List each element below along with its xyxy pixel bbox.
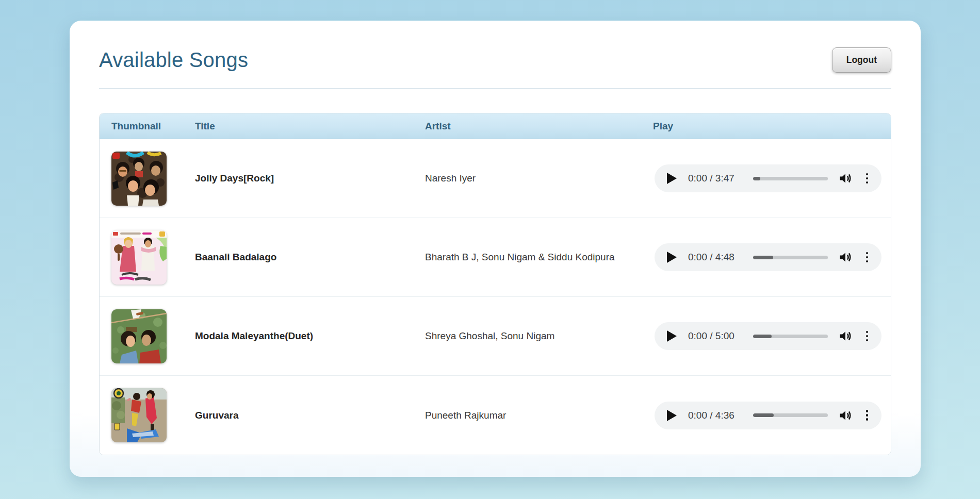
- volume-icon[interactable]: [838, 171, 853, 186]
- table-row: Baanali Badalago Bharath B J, Sonu Nigam…: [100, 218, 891, 297]
- song-artist: Bharath B J, Sonu Nigam & Siddu Kodipura: [425, 252, 653, 263]
- page-title: Available Songs: [99, 48, 248, 72]
- play-icon[interactable]: [667, 252, 677, 263]
- songs-card: Available Songs Logout Thumbnail Title A…: [70, 21, 921, 477]
- seek-slider[interactable]: [753, 413, 828, 417]
- play-cell: 0:00 / 4:48: [653, 243, 891, 271]
- audio-player: 0:00 / 3:47: [655, 164, 881, 192]
- volume-icon[interactable]: [838, 408, 853, 423]
- table-header-row: Thumbnail Title Artist Play: [100, 113, 891, 139]
- song-artist: Naresh Iyer: [425, 173, 653, 184]
- more-options-icon[interactable]: [865, 251, 870, 264]
- song-title: Guruvara: [195, 410, 425, 421]
- seek-slider[interactable]: [753, 256, 828, 259]
- play-icon[interactable]: [667, 173, 677, 184]
- table-row: Modala Maleyanthe(Duet) Shreya Ghoshal, …: [100, 297, 891, 376]
- column-header-title: Title: [195, 121, 425, 132]
- page-background: Available Songs Logout Thumbnail Title A…: [0, 0, 980, 499]
- song-thumbnail-jolly-days: [111, 152, 167, 206]
- seek-buffered-bar: [753, 177, 760, 180]
- more-options-icon[interactable]: [865, 330, 870, 343]
- seek-buffered-bar: [753, 335, 772, 338]
- time-display: 0:00 / 4:48: [688, 252, 746, 263]
- song-title: Modala Maleyanthe(Duet): [195, 330, 425, 342]
- column-header-play: Play: [653, 121, 891, 132]
- volume-icon[interactable]: [838, 250, 853, 264]
- table-row: Jolly Days[Rock] Naresh Iyer 0:00 / 3:47: [100, 139, 891, 218]
- seek-buffered-bar: [753, 256, 773, 259]
- more-options-icon[interactable]: [865, 172, 870, 185]
- column-header-artist: Artist: [425, 121, 653, 132]
- songs-table: Thumbnail Title Artist Play: [99, 113, 891, 455]
- play-cell: 0:00 / 5:00: [653, 322, 891, 350]
- volume-icon[interactable]: [838, 329, 853, 343]
- jolly-days-poster-art: [111, 152, 167, 206]
- song-thumbnail-modala-maleyanthe: [111, 309, 167, 363]
- more-options-icon[interactable]: [865, 409, 870, 422]
- song-title: Jolly Days[Rock]: [195, 173, 425, 184]
- logout-button[interactable]: Logout: [832, 47, 891, 73]
- play-icon[interactable]: [667, 330, 677, 342]
- time-display: 0:00 / 4:36: [688, 410, 746, 421]
- play-icon[interactable]: [667, 410, 677, 421]
- modala-maleyanthe-poster-art: [111, 309, 167, 363]
- seek-slider[interactable]: [753, 335, 828, 338]
- card-header: Available Songs Logout: [99, 21, 891, 73]
- song-artist: Shreya Ghoshal, Sonu Nigam: [425, 330, 653, 342]
- guruvara-power-poster-art: [111, 388, 167, 442]
- time-display: 0:00 / 3:47: [688, 173, 746, 184]
- seek-buffered-bar: [753, 413, 774, 417]
- seek-slider[interactable]: [753, 177, 828, 180]
- time-display: 0:00 / 5:00: [688, 330, 746, 342]
- simple-love-story-poster-art: [111, 230, 167, 285]
- song-thumbnail-guruvara: [111, 388, 167, 442]
- audio-player: 0:00 / 4:36: [655, 402, 881, 429]
- table-row: Guruvara Puneeth Rajkumar 0:00 / 4:36: [100, 376, 891, 455]
- column-header-thumbnail: Thumbnail: [111, 121, 195, 132]
- audio-player: 0:00 / 4:48: [655, 243, 881, 271]
- header-divider: [99, 88, 891, 89]
- song-thumbnail-simple-love-story: [111, 230, 167, 285]
- song-title: Baanali Badalago: [195, 252, 425, 263]
- song-artist: Puneeth Rajkumar: [425, 410, 653, 421]
- audio-player: 0:00 / 5:00: [655, 322, 881, 350]
- play-cell: 0:00 / 3:47: [653, 164, 891, 192]
- play-cell: 0:00 / 4:36: [653, 402, 891, 429]
